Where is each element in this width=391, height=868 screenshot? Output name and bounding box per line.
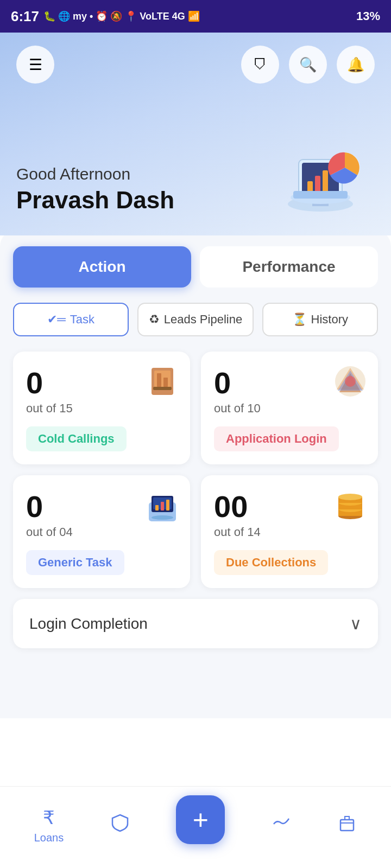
svg-point-30 bbox=[338, 494, 362, 500]
application-login-badge: Application Login bbox=[214, 426, 339, 451]
generic-task-badge: Generic Task bbox=[26, 550, 124, 575]
generic-task-card: 0 out of 04 Generic Task bbox=[13, 475, 190, 588]
svg-rect-12 bbox=[157, 373, 161, 387]
box-icon bbox=[337, 813, 357, 837]
history-icon: ⏳ bbox=[292, 312, 307, 327]
due-collections-icon bbox=[331, 486, 369, 531]
sub-tab-container: ✔═ Task ♻ Leads Pipeline ⏳ History bbox=[13, 303, 378, 336]
status-icons: 🐛 🌐 my • ⏰ 🔕 📍 VoLTE 4G 📶 bbox=[43, 10, 200, 22]
stat-cards-row-1: 0 out of 15 Cold Callings 0 out of 10 Ap… bbox=[13, 352, 378, 464]
leads-icon: ♻ bbox=[149, 312, 160, 327]
header: ☰ ⛉ 🔍 🔔 Good Afternoon Pravash Dash bbox=[0, 33, 391, 235]
nav-loans[interactable]: ₹ Loans bbox=[34, 807, 64, 844]
tab-container: Action Performance bbox=[13, 246, 378, 288]
history-subtab[interactable]: ⏳ History bbox=[262, 303, 378, 336]
bottom-nav: ₹ Loans + bbox=[0, 786, 391, 868]
cold-callings-badge: Cold Callings bbox=[26, 426, 127, 451]
application-login-icon bbox=[331, 362, 369, 407]
shield-icon bbox=[110, 813, 130, 837]
bell-icon: 🔔 bbox=[347, 56, 364, 73]
login-completion-label: Login Completion bbox=[29, 615, 148, 633]
action-tab[interactable]: Action bbox=[13, 246, 191, 288]
application-login-card: 0 out of 10 Application Login bbox=[201, 352, 378, 464]
svg-rect-6 bbox=[323, 170, 328, 192]
svg-rect-21 bbox=[161, 502, 164, 510]
svg-point-23 bbox=[152, 515, 173, 520]
nav-shield[interactable] bbox=[110, 813, 130, 837]
task-icon: ✔═ bbox=[47, 312, 66, 327]
leads-label: Leads Pipeline bbox=[164, 312, 242, 327]
main-content: Action Performance ✔═ Task ♻ Leads Pipel… bbox=[0, 230, 391, 718]
svg-rect-31 bbox=[340, 820, 354, 831]
fab-button[interactable]: + bbox=[176, 795, 225, 844]
due-collections-card: 00 out of 14 Due Collections bbox=[201, 475, 378, 588]
battery: 13% bbox=[356, 9, 380, 23]
search-button[interactable]: 🔍 bbox=[289, 46, 327, 84]
greeting-section: Good Afternoon Pravash Dash bbox=[16, 116, 375, 219]
due-collections-badge: Due Collections bbox=[214, 550, 328, 575]
loans-icon: ₹ bbox=[43, 807, 55, 828]
filter-button[interactable]: ⛉ bbox=[241, 46, 279, 84]
cold-callings-card: 0 out of 15 Cold Callings bbox=[13, 352, 190, 464]
notification-button[interactable]: 🔔 bbox=[337, 46, 375, 84]
svg-point-16 bbox=[345, 376, 356, 387]
loans-label: Loans bbox=[34, 832, 64, 844]
svg-rect-14 bbox=[153, 387, 172, 390]
time: 6:17 bbox=[11, 8, 39, 25]
user-name: Pravash Dash bbox=[16, 187, 174, 214]
stat-cards-row-2: 0 out of 04 Generic Task 00 out of 14 Du… bbox=[13, 475, 378, 588]
svg-rect-5 bbox=[315, 176, 320, 192]
svg-rect-11 bbox=[154, 371, 171, 390]
menu-button[interactable]: ☰ bbox=[16, 46, 54, 84]
nav-box[interactable] bbox=[337, 813, 357, 837]
performance-tab[interactable]: Performance bbox=[200, 246, 378, 288]
filter-icon: ⛉ bbox=[253, 56, 267, 73]
plus-icon: + bbox=[193, 804, 209, 835]
nav-analytics[interactable] bbox=[272, 813, 291, 837]
greeting-text: Good Afternoon bbox=[16, 165, 174, 183]
svg-rect-20 bbox=[155, 505, 159, 510]
cold-callings-icon bbox=[143, 362, 181, 407]
task-subtab[interactable]: ✔═ Task bbox=[13, 303, 129, 336]
history-label: History bbox=[311, 312, 348, 327]
hero-image bbox=[266, 116, 375, 214]
leads-pipeline-subtab[interactable]: ♻ Leads Pipeline bbox=[137, 303, 253, 336]
search-icon: 🔍 bbox=[299, 56, 317, 73]
svg-rect-4 bbox=[307, 181, 313, 192]
status-bar: 6:17 🐛 🌐 my • ⏰ 🔕 📍 VoLTE 4G 📶 13% bbox=[0, 0, 391, 33]
generic-task-icon bbox=[143, 486, 181, 531]
header-nav: ☰ ⛉ 🔍 🔔 bbox=[16, 46, 375, 84]
chevron-down-icon: ∨ bbox=[350, 614, 362, 633]
login-completion-bar[interactable]: Login Completion ∨ bbox=[13, 599, 378, 648]
hamburger-icon: ☰ bbox=[29, 56, 42, 74]
svg-rect-13 bbox=[163, 378, 168, 387]
task-label: Task bbox=[70, 312, 94, 327]
svg-rect-9 bbox=[293, 191, 348, 199]
svg-rect-22 bbox=[166, 500, 169, 510]
analytics-icon bbox=[272, 813, 291, 837]
